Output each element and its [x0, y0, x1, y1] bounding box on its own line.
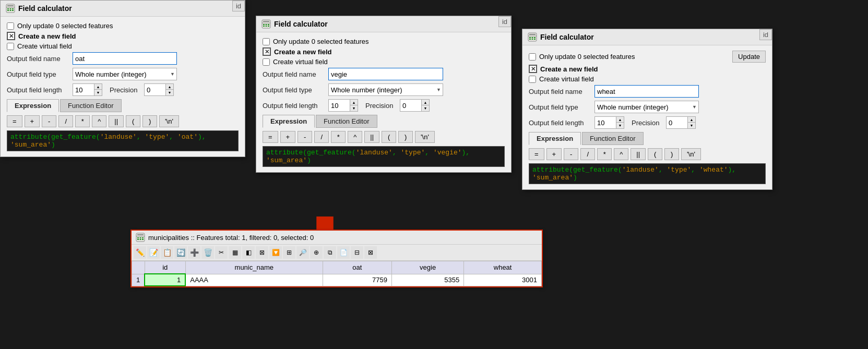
- dialog2-only-update-checkbox[interactable]: [263, 38, 270, 45]
- dialog2-length-input[interactable]: [329, 100, 350, 111]
- tool-edit[interactable]: ✏️: [134, 246, 146, 259]
- dialog1-op-newline[interactable]: '\n': [159, 115, 179, 127]
- tool-copy[interactable]: 📋: [161, 246, 173, 259]
- dialog3-name-input[interactable]: [594, 85, 699, 98]
- dialog3-tab-expression[interactable]: Expression: [529, 132, 581, 145]
- cell-munic-name[interactable]: AAAA: [185, 274, 323, 286]
- dialog3-op-pipes[interactable]: ||: [631, 148, 646, 160]
- dialog1-op-div[interactable]: /: [58, 115, 73, 127]
- tool-magnifier[interactable]: ⊕: [310, 246, 323, 259]
- dialog3-op-div[interactable]: /: [580, 148, 595, 160]
- dialog3-precision-input[interactable]: [667, 117, 687, 128]
- dialog3-virtual-checkbox[interactable]: [529, 76, 536, 83]
- dialog1-tab-expression[interactable]: Expression: [7, 99, 59, 112]
- cell-oat[interactable]: 7759: [323, 274, 391, 286]
- dialog1-op-rparen[interactable]: ): [142, 115, 157, 127]
- dialog2-name-input[interactable]: [328, 68, 443, 80]
- dialog3-length-down[interactable]: ▼: [616, 123, 624, 128]
- dialog1-expression[interactable]: attribute(get_feature('landuse', 'type',…: [7, 130, 239, 151]
- dialog2-precision-down[interactable]: ▼: [422, 105, 429, 111]
- dialog2-length-up[interactable]: ▲: [350, 100, 358, 105]
- dialog2-op-newline[interactable]: '\n': [415, 131, 435, 143]
- dialog2-precision-up[interactable]: ▲: [422, 100, 429, 105]
- col-header-wheat[interactable]: wheat: [464, 261, 542, 274]
- dialog3-op-mul[interactable]: *: [597, 148, 612, 160]
- dialog3-precision-down[interactable]: ▼: [688, 123, 695, 128]
- dialog1-op-pipes[interactable]: ||: [109, 115, 124, 127]
- dialog2-op-div[interactable]: /: [314, 131, 329, 143]
- dialog1-name-input[interactable]: [73, 52, 177, 65]
- col-header-oat[interactable]: oat: [323, 261, 391, 274]
- tool-zoom[interactable]: 🔎: [296, 246, 309, 259]
- dialog2-op-mul[interactable]: *: [331, 131, 346, 143]
- dialog3-op-caret[interactable]: ^: [614, 148, 628, 160]
- dialog2-op-rparen[interactable]: ): [398, 131, 413, 143]
- cell-id[interactable]: 1: [145, 274, 185, 286]
- dialog1-type-select[interactable]: Whole number (integer): [73, 68, 177, 80]
- dialog1-precision-down[interactable]: ▼: [166, 90, 173, 95]
- dialog1-length-input[interactable]: [73, 84, 94, 95]
- dialog1-tab-function-editor[interactable]: Function Editor: [60, 99, 121, 112]
- col-header-vegie[interactable]: vegie: [391, 261, 463, 274]
- dialog3-op-plus[interactable]: +: [546, 148, 562, 160]
- dialog2-op-eq[interactable]: =: [263, 131, 278, 143]
- dialog2-type-select[interactable]: Whole number (integer): [328, 83, 443, 96]
- dialog2-virtual-checkbox[interactable]: [263, 58, 270, 66]
- tool-split[interactable]: ⊠: [364, 246, 377, 259]
- dialog3-only-update-checkbox[interactable]: [529, 53, 536, 61]
- tool-filter[interactable]: ⊠: [256, 246, 268, 259]
- tool-edit2[interactable]: 📝: [147, 246, 160, 259]
- dialog1-virtual-checkbox[interactable]: [7, 43, 14, 50]
- tool-filter-zoom[interactable]: ⊞: [283, 246, 295, 259]
- tool-cut[interactable]: ✂: [215, 246, 228, 259]
- dialog2-op-plus[interactable]: +: [280, 131, 296, 143]
- dialog3-op-minus[interactable]: -: [564, 148, 578, 160]
- tool-filter-star[interactable]: 🔽: [269, 246, 282, 259]
- dialog3-op-lparen[interactable]: (: [648, 148, 662, 160]
- dialog1-precision-input[interactable]: [145, 84, 165, 95]
- dialog2-tab-expression[interactable]: Expression: [263, 115, 315, 128]
- dialog3-expression[interactable]: attribute(get_feature('landuse', 'type',…: [529, 163, 766, 184]
- dialog1-op-plus[interactable]: +: [25, 115, 40, 127]
- tool-delete[interactable]: 🗑️: [201, 246, 214, 259]
- dialog3-type-select[interactable]: Whole number (integer): [594, 101, 699, 113]
- dialog1-precision-up[interactable]: ▲: [166, 84, 173, 90]
- dialog1-create-new-checkbox[interactable]: ✕: [7, 32, 15, 40]
- tool-add[interactable]: ➕: [188, 246, 200, 259]
- dialog2-tab-function-editor[interactable]: Function Editor: [316, 115, 377, 128]
- dialog3-update-button[interactable]: Update: [732, 51, 766, 63]
- dialog1-only-update-checkbox[interactable]: [7, 22, 14, 30]
- tool-refresh[interactable]: 🔄: [174, 246, 187, 259]
- dialog2-create-new-checkbox[interactable]: ✕: [263, 47, 271, 56]
- dialog2-op-lparen[interactable]: (: [382, 131, 396, 143]
- dialog3-tab-function-editor[interactable]: Function Editor: [582, 132, 643, 145]
- tool-table[interactable]: ⊟: [351, 246, 363, 259]
- cell-vegie[interactable]: 5355: [391, 274, 463, 286]
- dialog2-expression[interactable]: attribute(get_feature('landuse', 'type',…: [263, 146, 505, 167]
- dialog2-precision-input[interactable]: [400, 100, 421, 111]
- dialog3-length-input[interactable]: [595, 117, 616, 128]
- dialog3-length-up[interactable]: ▲: [616, 117, 624, 123]
- dialog1-op-eq[interactable]: =: [7, 115, 22, 127]
- col-header-id[interactable]: id: [145, 261, 185, 274]
- dialog3-op-newline[interactable]: '\n': [681, 148, 701, 160]
- dialog1-length-down[interactable]: ▼: [94, 90, 102, 95]
- col-header-munic-name[interactable]: munic_name: [185, 261, 323, 274]
- dialog2-op-caret[interactable]: ^: [348, 131, 362, 143]
- tool-stack[interactable]: ▦: [229, 246, 241, 259]
- dialog1-op-caret[interactable]: ^: [92, 115, 106, 127]
- dialog1-op-lparen[interactable]: (: [126, 115, 140, 127]
- dialog3-op-eq[interactable]: =: [529, 148, 544, 160]
- dialog2-op-pipes[interactable]: ||: [364, 131, 379, 143]
- dialog3-create-new-checkbox[interactable]: ✕: [529, 65, 537, 73]
- dialog3-op-rparen[interactable]: ): [664, 148, 679, 160]
- dialog1-length-up[interactable]: ▲: [94, 84, 102, 90]
- tool-copy2[interactable]: ⧉: [324, 246, 336, 259]
- cell-wheat[interactable]: 3001: [464, 274, 542, 286]
- dialog2-length-down[interactable]: ▼: [350, 105, 358, 111]
- dialog1-op-minus[interactable]: -: [42, 115, 56, 127]
- tool-filter-edit[interactable]: ◧: [242, 246, 255, 259]
- tool-paste[interactable]: 📄: [337, 246, 350, 259]
- dialog3-precision-up[interactable]: ▲: [688, 117, 695, 123]
- dialog1-op-mul[interactable]: *: [75, 115, 90, 127]
